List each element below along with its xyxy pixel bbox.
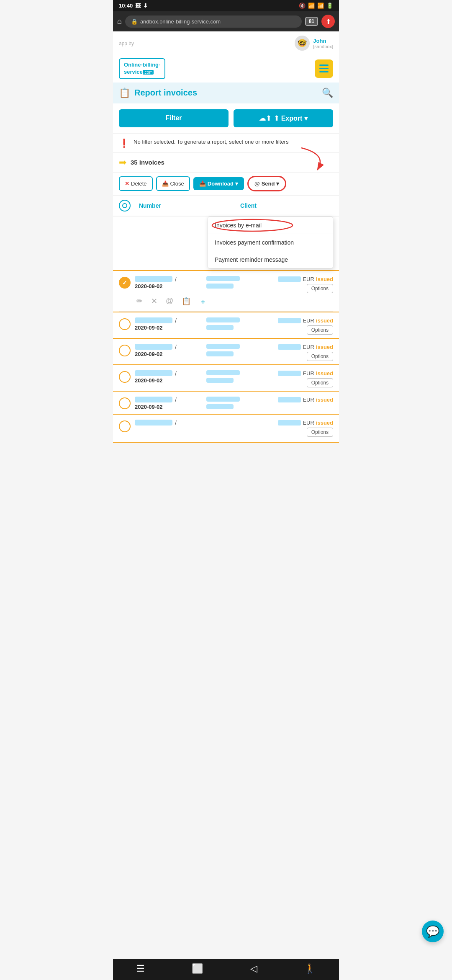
dropdown-label-1: Invoices by e-mail [215,222,262,229]
invoice-number-blur [135,276,172,282]
row-info-4: / 2020-09-02 [135,370,202,384]
amount-blur [278,397,301,402]
client-blur [206,317,240,322]
client-blur-1 [206,276,240,281]
close-button[interactable]: 📥 Close [156,176,190,191]
photo-icon: 🖼 [135,3,141,9]
cancel-icon[interactable]: ✕ [151,297,157,307]
close-label: Close [170,181,184,187]
export-label: ⬆ Export ▾ [274,114,308,122]
export-button[interactable]: ☁⬆ ⬆ Export ▾ [234,109,333,127]
row-right-6: EUR issued Options [278,420,333,437]
download-button[interactable]: 📥 Download ▾ [193,177,244,190]
options-button-3[interactable]: Options [307,352,333,361]
search-icon[interactable]: 🔍 [322,88,333,98]
upload-button[interactable]: ⬆ [321,15,335,28]
status-badge-4: issued [316,370,333,377]
dropdown-item-payment-reminder[interactable]: Payment reminder message [208,251,333,268]
app-header: app by 🤓 John [sandbox] [113,31,339,55]
row-amount-1: EUR issued [278,276,333,282]
row-amount-6: EUR issued [278,420,333,426]
lock-icon: 🔒 [131,18,138,25]
amount-blur-1 [278,276,301,282]
invoice-row: / 2020-09-02 EUR issued Options [113,312,339,338]
options-button-1[interactable]: Options [307,284,333,293]
row-amount-5: EUR issued [278,397,333,403]
logo-row: Online-billing- service.com [113,55,339,83]
info-icon: ❗ [119,138,129,148]
menu-line [319,71,329,72]
user-name: John [313,38,333,44]
amount-blur [278,420,301,426]
row-checkbox-5[interactable] [119,397,131,409]
client-blur [206,344,240,349]
row-checkbox-2[interactable] [119,318,131,330]
status-right: 🔇 📶 📶 🔋 [299,3,333,9]
options-button-2[interactable]: Options [307,325,333,335]
row-right-4: EUR issued Options [278,370,333,387]
col-client-header: Client [240,202,333,209]
close-icon: 📥 [162,181,169,187]
wifi-icon: 📶 [308,3,315,9]
currency-5: EUR [303,397,314,403]
invoice-row-top: / 2020-09-02 EUR issued [119,397,333,410]
client-blur-2 [206,284,234,289]
menu-button[interactable] [315,59,333,78]
amount-blur [278,318,301,323]
page-title-content: 📋 Report invoices [119,88,197,98]
filter-button[interactable]: Filter [119,109,229,127]
client-blur [206,325,234,330]
options-button-6[interactable]: Options [307,428,333,437]
invoice-date-4: 2020-09-02 [135,377,202,384]
row-info-5: / 2020-09-02 [135,397,202,410]
select-all-checkbox[interactable] [119,200,131,211]
options-button-4[interactable]: Options [307,378,333,387]
url-bar[interactable]: 🔒 andbox.online-billing-service.com [125,15,302,28]
document-icon[interactable]: 📋 [182,297,191,307]
currency-1: EUR [303,276,314,282]
download-icon: ⬇ [143,3,148,9]
row-checkbox-3[interactable] [119,345,131,356]
dropdown-item-payment-confirmation[interactable]: Invoices payment confirmation [208,234,333,251]
time: 10:40 [119,3,133,9]
invoice-row: / 2020-09-02 EUR issued Options [113,338,339,364]
info-bar: ❗ No filter selected. To generate a repo… [113,133,339,152]
invoice-row-top: / 2020-09-02 EUR issued Options [119,276,333,293]
action-bar: ✕ Delete 📥 Close 📥 Download ▾ @ Send ▾ [113,172,339,195]
download-chevron: ▾ [235,181,238,187]
send-label: Send [262,181,275,187]
invoice-row-top: / 2020-09-02 EUR issued Options [119,370,333,387]
col-number-header: Number [139,202,232,209]
toolbar: Filter ☁⬆ ⬆ Export ▾ [113,103,339,133]
dropdown-item-invoices-by-email[interactable]: Invoices by e-mail [208,217,333,234]
page-title: Report invoices [134,88,197,98]
user-details: John [sandbox] [313,38,333,49]
send-dropdown-container: Invoices by e-mail Invoices payment conf… [113,217,339,270]
x-icon: ✕ [125,181,129,187]
row-checkbox-6[interactable] [119,420,131,432]
status-badge-1: issued [316,276,333,282]
invoice-date-5: 2020-09-02 [135,404,202,410]
user-subtitle: [sandbox] [313,44,333,49]
at-icon[interactable]: @ [166,297,173,307]
edit-icon[interactable]: ✏ [136,297,143,307]
home-icon[interactable]: ⌂ [117,17,122,26]
send-button[interactable]: @ Send ▾ [247,176,286,191]
client-blur [206,404,234,409]
page-title-bar: 📋 Report invoices 🔍 [113,83,339,103]
tab-count[interactable]: 81 [305,17,318,26]
mute-icon: 🔇 [299,3,306,9]
client-blur [206,370,240,375]
row-right-5: EUR issued [278,397,333,403]
add-icon[interactable]: ＋ [199,297,207,307]
delete-label: Delete [131,181,147,187]
status-badge-2: issued [316,317,333,324]
invoice-count: 35 invoices [131,159,164,166]
row-checkbox-1[interactable] [119,277,131,289]
send-chevron: ▾ [276,181,279,187]
delete-button[interactable]: ✕ Delete [119,176,153,191]
status-badge-6: issued [316,420,333,426]
row-right-3: EUR issued Options [278,344,333,361]
row-checkbox-4[interactable] [119,371,131,383]
url-text: andbox.online-billing-service.com [140,18,221,25]
